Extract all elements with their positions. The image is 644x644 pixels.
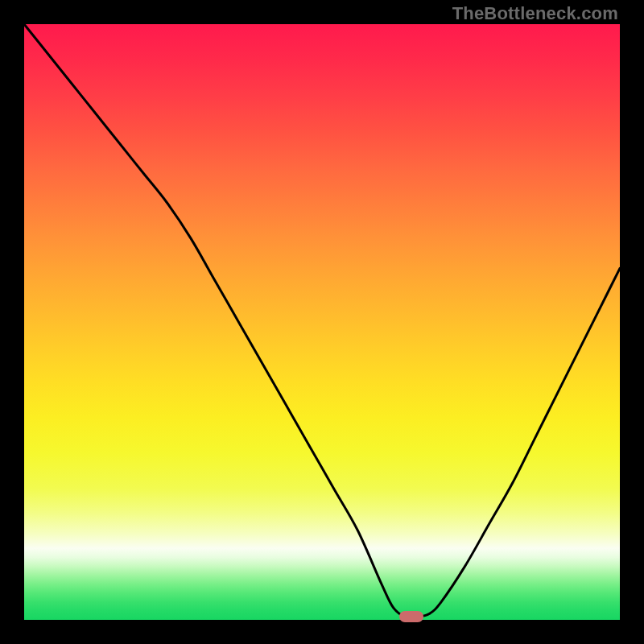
chart-frame: TheBottleneck.com	[0, 0, 644, 644]
optimal-marker	[399, 611, 423, 622]
watermark-text: TheBottleneck.com	[452, 3, 618, 24]
plot-area	[24, 24, 620, 620]
bottleneck-curve	[24, 24, 620, 620]
